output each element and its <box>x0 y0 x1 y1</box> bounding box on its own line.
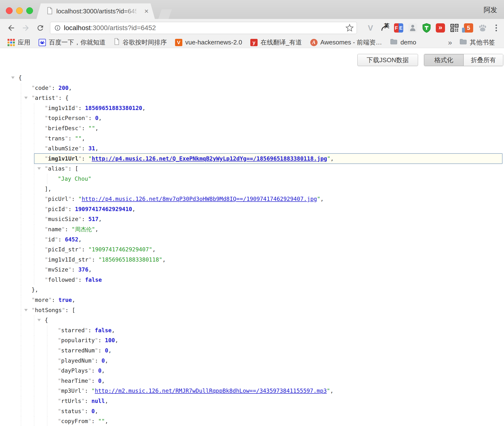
json-line: { <box>0 315 504 325</box>
indent-guide <box>34 315 34 325</box>
indent-guide <box>21 164 21 174</box>
browser-toolbar: localhost:3000/artists?id=6452 V 英 FE » … <box>0 19 504 37</box>
window-minimize-button[interactable] <box>16 7 23 14</box>
window-zoom-button[interactable] <box>26 7 33 14</box>
indent-guide <box>21 184 21 194</box>
folder-icon <box>460 39 467 46</box>
format-button[interactable]: 格式化 <box>424 54 464 66</box>
vue-devtools-extension-icon[interactable]: V <box>366 23 375 33</box>
qr-code-extension-icon[interactable] <box>450 23 459 33</box>
back-button[interactable] <box>6 23 16 33</box>
bookmark-apps[interactable]: 应用 <box>3 38 34 47</box>
indent-guide <box>21 406 21 417</box>
bookmark-folder-demo[interactable]: demo <box>386 38 420 47</box>
folder-icon <box>390 39 397 46</box>
awesomes-icon: A <box>310 39 318 46</box>
extensions-row: V 英 FE » 5 <box>366 23 501 33</box>
bookmark-vue-hackernews[interactable]: V vue-hackernews-2.0 <box>171 38 246 47</box>
indent-guide <box>34 265 34 275</box>
proxy-person-extension-icon[interactable] <box>408 23 418 33</box>
json-line-content: "mvSize": 376, <box>45 266 92 273</box>
browser-profile-name[interactable]: 阿发 <box>484 5 497 15</box>
forward-button[interactable] <box>21 23 31 33</box>
browser-menu-icon[interactable] <box>492 23 501 33</box>
indent-guide <box>21 204 21 214</box>
json-line: "picId": 19097417462929410, <box>0 204 504 214</box>
json-line: "picUrl": "http://p4.music.126.net/8mv7q… <box>0 194 504 204</box>
collapse-toggle-icon[interactable] <box>11 77 15 79</box>
indent-guide <box>21 416 21 426</box>
bookmarks-overflow-icon[interactable]: » <box>445 38 455 47</box>
indent-guide <box>34 366 34 376</box>
json-line-content: "briefDesc": "", <box>45 125 99 131</box>
window-close-button[interactable] <box>6 7 13 14</box>
indent-guide <box>21 356 21 366</box>
apps-grid-icon <box>8 39 15 46</box>
indent-guide <box>34 224 34 235</box>
indent-guide <box>34 144 34 154</box>
reload-button[interactable] <box>35 23 45 33</box>
indent-guide <box>34 245 34 255</box>
bookmark-baidu[interactable]: 百度一下，你就知道 <box>34 38 110 47</box>
json-url-link[interactable]: http://p4.music.126.net/8mv7qP30Pd3oHW8b… <box>82 196 317 202</box>
json-url-link[interactable]: http://m2.music.126.net/RMJR7wDullRqppBk… <box>95 388 327 394</box>
bookmark-label: demo <box>400 39 416 46</box>
download-json-button[interactable]: 下载JSON数据 <box>357 54 418 66</box>
collapse-toggle-icon[interactable] <box>37 167 41 170</box>
json-line-content: "starred": false, <box>58 327 115 333</box>
browser-tab[interactable]: localhost:3000/artists?id=645 × <box>36 3 155 19</box>
indent-guide <box>21 174 21 184</box>
json-url-link[interactable]: http://p4.music.126.net/Q_ExePNkmqB2yWyL… <box>92 155 327 162</box>
collapse-toggle-icon[interactable] <box>24 309 28 311</box>
json-line-content: "hearTime": 0, <box>58 378 105 384</box>
url-path: :3000/artists?id=6452 <box>91 24 156 32</box>
json-viewer-actions: 下载JSON数据 格式化 折叠所有 <box>357 54 503 66</box>
indent-guide <box>47 416 47 426</box>
json-line-content: "img1v1Url": "http://p4.music.126.net/Q_… <box>45 155 334 162</box>
other-bookmarks-folder[interactable]: 其他书签 <box>455 38 499 47</box>
fe-helper-extension-icon[interactable]: FE <box>394 23 403 33</box>
bookmark-awesomes[interactable]: A Awesomes - 前端资… <box>306 38 386 47</box>
site-info-icon[interactable] <box>54 25 61 31</box>
json-line-content: "Jay Chou" <box>58 176 91 182</box>
json-line: "dayPlays": 0, <box>0 366 504 376</box>
indent-guide <box>21 103 21 113</box>
indent-guide <box>34 335 34 346</box>
bookmark-youdao[interactable]: y 在线翻译_有道 <box>246 38 306 47</box>
json-line-content: "followed": false <box>45 277 102 283</box>
collapse-all-button[interactable]: 折叠所有 <box>464 54 503 66</box>
tab-close-icon[interactable]: × <box>144 7 149 16</box>
view-mode-toggle: 格式化 折叠所有 <box>424 54 503 66</box>
json-line: { <box>0 73 504 83</box>
json-line: "hearTime": 0, <box>0 376 504 386</box>
collapse-toggle-icon[interactable] <box>37 319 41 321</box>
indent-guide <box>47 406 47 417</box>
html5-extension-icon[interactable]: 5 <box>464 23 473 33</box>
indent-guide <box>21 83 21 93</box>
json-line-content: "artist": { <box>32 95 68 101</box>
indent-guide <box>21 366 21 376</box>
json-line-content: "trans": "", <box>45 135 85 142</box>
collapse-toggle-icon[interactable] <box>24 97 28 99</box>
fast-forward-extension-icon[interactable]: » <box>436 23 445 33</box>
green-shield-extension-icon[interactable] <box>422 23 431 33</box>
indent-guide <box>34 386 34 396</box>
address-bar[interactable]: localhost:3000/artists?id=6452 <box>50 22 357 34</box>
indent-guide <box>21 235 21 245</box>
json-line: "alias": [ <box>0 164 504 174</box>
translate-extension-icon[interactable]: 英 <box>380 23 389 33</box>
bookmark-google-sort[interactable]: 谷歌按时间排序 <box>110 38 171 47</box>
json-tree: {"code": 200,"artist": {"img1v1Id": 1856… <box>0 73 504 426</box>
new-tab-button[interactable] <box>158 9 172 19</box>
indent-guide <box>34 346 34 356</box>
json-line-content: { <box>45 317 48 323</box>
indent-guide <box>21 255 21 265</box>
tab-title-fade <box>123 7 140 17</box>
bear-paw-extension-icon[interactable] <box>478 23 487 33</box>
bookmarks-bar: 应用 百度一下，你就知道 谷歌按时间排序 V vue-hackernews-2.… <box>0 37 504 48</box>
json-line: "id": 6452, <box>0 235 504 245</box>
bookmark-star-icon[interactable] <box>345 24 354 33</box>
indent-guide <box>21 335 21 346</box>
indent-guide <box>34 255 34 265</box>
json-line-content: "starredNum": 0, <box>58 347 112 354</box>
